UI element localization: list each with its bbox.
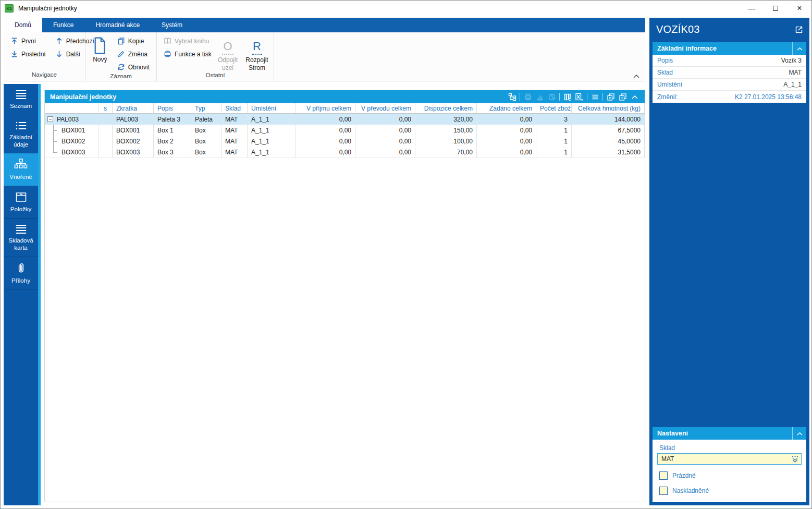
split-tree-button[interactable]: R Rozpojit Strom xyxy=(243,35,270,72)
minimize-button[interactable]: — xyxy=(740,1,764,16)
app-window: K2 Manipulační jednotky — × Domů Funkce … xyxy=(0,0,812,509)
window-title: Manipulační jednotky xyxy=(18,5,740,12)
last-button[interactable]: Poslední xyxy=(7,48,50,60)
tab-funkce[interactable]: Funkce xyxy=(42,18,84,32)
copy-button[interactable]: Kopie xyxy=(114,35,153,47)
column-header-typ[interactable]: Typ xyxy=(191,103,222,113)
ribbon-group-navigace: První Poslední Předchozí xyxy=(4,32,85,81)
section-header-zakladni-informace[interactable]: Základní informace xyxy=(653,42,806,55)
grid-column-headers: s Zkratka Popis Typ Sklad Umístění V pří… xyxy=(45,103,645,114)
section-zakladni-informace: Základní informace Popis Vozík 3 Sklad M… xyxy=(653,42,806,103)
copy-icon xyxy=(117,37,125,45)
sidebar-item-prilohy[interactable]: Přílohy xyxy=(4,257,38,290)
column-header-umisteni[interactable]: Umístění xyxy=(248,103,296,113)
arrow-down-icon xyxy=(55,50,63,58)
table-row[interactable]: BOX002 BOX002 Box 2 Box MAT A_1_1 0,00 0… xyxy=(45,136,645,147)
refresh-icon xyxy=(117,63,125,71)
open-in-new-window-icon[interactable] xyxy=(794,25,804,34)
tree-view-icon[interactable] xyxy=(506,91,518,102)
list-details-icon xyxy=(15,120,28,131)
k2-app-icon: K2 xyxy=(5,4,14,13)
maximize-button[interactable] xyxy=(764,1,788,16)
column-header-v-prijmu[interactable]: V příjmu celkem xyxy=(296,103,355,113)
tree-branch-line xyxy=(51,136,59,147)
chevron-up-icon xyxy=(633,74,640,79)
columns-icon[interactable] xyxy=(561,91,573,102)
sidebar-item-polozky[interactable]: Položky xyxy=(4,186,38,219)
grid-panel-title: Manipulační jednotky xyxy=(50,93,506,101)
sidebar-item-skladova-karta[interactable]: Skladová karta xyxy=(4,219,38,257)
toolbar-separator xyxy=(602,93,603,101)
close-button[interactable]: × xyxy=(788,1,811,16)
info-row-popis: Popis Vozík 3 xyxy=(653,55,806,67)
section-header-nastaveni[interactable]: Nastavení xyxy=(653,427,806,440)
printer-icon xyxy=(164,50,171,58)
ribbon-group-ostatni: Vybrat knihu Funkce a tisk O Odpojit uze… xyxy=(157,32,274,81)
arrow-down-to-line-icon xyxy=(10,50,18,58)
refresh-button[interactable]: Obnovit xyxy=(114,61,153,73)
tab-domu[interactable]: Domů xyxy=(4,18,42,32)
close-icon: × xyxy=(797,4,802,13)
disconnect-node-icon: O xyxy=(222,39,233,55)
disconnect-node-button: O Odpojit uzel xyxy=(214,35,241,72)
info-row-sklad: Sklad MAT xyxy=(653,67,806,79)
section-nastaveni: Nastavení Sklad Prázdné Naskla xyxy=(653,427,806,502)
menu-lines-icon xyxy=(15,89,28,100)
toolbar-separator xyxy=(587,93,587,101)
column-header-sklad[interactable]: Sklad xyxy=(222,103,248,113)
naskladnene-checkbox[interactable] xyxy=(659,487,668,495)
tab-system[interactable]: Systém xyxy=(151,18,193,32)
change-button[interactable]: Změna xyxy=(114,48,153,60)
sidebar-item-zakladni-udaje[interactable]: Základní údaje xyxy=(4,115,38,154)
sklad-combo xyxy=(657,453,802,465)
excel-export-icon[interactable] xyxy=(573,91,585,102)
pencil-icon xyxy=(117,50,125,58)
open-book-icon xyxy=(164,37,171,45)
column-header-zkratka[interactable]: Zkratka xyxy=(113,103,154,113)
org-tree-icon xyxy=(14,159,28,171)
sklad-input[interactable] xyxy=(659,455,791,463)
column-header-pocet[interactable]: Počet zboží xyxy=(536,103,572,113)
sidebar-item-vnorene[interactable]: Vnořené xyxy=(4,153,38,186)
column-header-dispozice[interactable]: Dispozice celkem xyxy=(415,103,477,113)
title-bar: K2 Manipulační jednotky — × xyxy=(1,1,811,16)
table-row[interactable]: PAL003 PAL003 Paleta 3 Paleta MAT A_1_1 … xyxy=(45,114,645,125)
tab-hromadne-akce[interactable]: Hromadné akce xyxy=(84,18,151,32)
table-row[interactable]: BOX003 BOX003 Box 3 Box MAT A_1_1 0,00 0… xyxy=(45,147,645,157)
checkbox-row-naskladnene: Naskladněné xyxy=(659,487,802,495)
column-header-zadano[interactable]: Zadáno celkem xyxy=(477,103,536,113)
arrow-up-to-line-icon xyxy=(10,37,18,45)
collapse-section-icon[interactable] xyxy=(792,42,806,55)
dropdown-icon[interactable] xyxy=(791,455,799,463)
menu-icon[interactable] xyxy=(589,91,601,102)
grid-empty-area xyxy=(45,157,645,502)
prazdne-checkbox[interactable] xyxy=(659,471,668,480)
column-header-popis[interactable]: Popis xyxy=(154,103,191,113)
stock-card-lines-icon xyxy=(15,224,28,234)
info-row-umisteni: Umístění A_1_1 xyxy=(653,79,806,91)
table-row[interactable]: BOX001 BOX001 Box 1 Box MAT A_1_1 0,00 0… xyxy=(45,125,645,136)
checkbox-row-prazdne: Prázdné xyxy=(659,471,802,480)
select-book-button: Vybrat knihu xyxy=(160,35,212,47)
new-document-icon xyxy=(93,37,107,54)
arrow-up-icon xyxy=(55,37,63,45)
paperclip-icon xyxy=(15,262,27,274)
collapse-ribbon-button[interactable] xyxy=(633,74,640,79)
first-button[interactable]: První xyxy=(7,35,50,47)
column-header-v-prevodu[interactable]: V převodu celkem xyxy=(355,103,415,113)
detail-panel-header: VOZÍK03 xyxy=(649,18,809,41)
cascade-minus-icon[interactable] xyxy=(617,91,629,102)
collapse-panel-icon[interactable] xyxy=(629,91,641,102)
column-header-tree[interactable] xyxy=(45,103,99,113)
collapse-section-icon[interactable] xyxy=(792,427,806,440)
grid-panel: Manipulační jednotky xyxy=(44,90,645,502)
functions-print-button[interactable]: Funkce a tisk xyxy=(160,48,212,60)
toolbar-separator xyxy=(559,93,560,101)
expander-icon[interactable] xyxy=(47,116,53,122)
toolbar-separator xyxy=(520,93,520,101)
new-button[interactable]: Nový xyxy=(89,35,112,73)
cascade-plus-icon[interactable] xyxy=(605,91,617,102)
sidebar-item-seznam[interactable]: Seznam xyxy=(4,84,38,115)
column-header-hmotnost[interactable]: Celková hmotnost (kg) xyxy=(572,103,645,113)
column-header-s[interactable]: s xyxy=(99,103,113,113)
